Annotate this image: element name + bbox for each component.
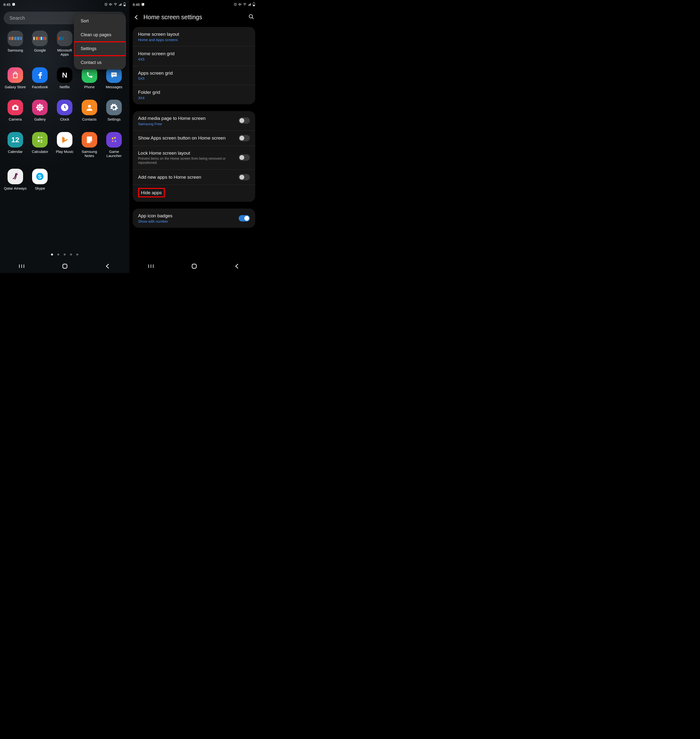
app-label: Settings bbox=[107, 117, 121, 121]
flower-icon bbox=[35, 103, 44, 112]
menu-clean-up-pages[interactable]: Clean up pages bbox=[74, 28, 126, 42]
mute-icon bbox=[109, 3, 112, 6]
row-show-apps-button[interactable]: Show Apps screen button on Home screen bbox=[133, 131, 255, 146]
app-samsung-notes[interactable]: Samsung Notes bbox=[77, 132, 102, 158]
wifi-icon bbox=[113, 3, 118, 6]
toggle-switch[interactable] bbox=[239, 215, 250, 221]
app-skype[interactable]: S Skype bbox=[28, 169, 53, 190]
app-phone[interactable]: Phone bbox=[77, 67, 102, 89]
svg-point-39 bbox=[244, 5, 245, 6]
clock-icon bbox=[60, 103, 69, 112]
menu-settings[interactable]: Settings bbox=[74, 42, 126, 56]
app-galaxy-store[interactable]: Galaxy Store bbox=[3, 67, 28, 89]
row-title: App icon badges bbox=[138, 213, 239, 219]
row-home-screen-layout[interactable]: Home screen layout Home and Apps screens bbox=[133, 27, 255, 46]
toggle-switch[interactable] bbox=[239, 174, 250, 180]
toggle-switch[interactable] bbox=[239, 135, 250, 141]
bag-icon bbox=[11, 71, 19, 79]
row-subtitle: Samsung Free bbox=[138, 122, 239, 126]
facebook-icon bbox=[35, 70, 45, 80]
back-icon[interactable] bbox=[234, 263, 240, 269]
search-placeholder: Search bbox=[9, 15, 25, 21]
mute-icon bbox=[238, 3, 241, 6]
back-icon[interactable] bbox=[105, 263, 111, 269]
row-subtitle: 3X4 bbox=[138, 96, 250, 100]
svg-point-15 bbox=[14, 106, 16, 109]
page-dot[interactable] bbox=[57, 253, 59, 256]
row-add-new-apps[interactable]: Add new apps to Home screen bbox=[133, 170, 255, 185]
menu-sort[interactable]: Sort bbox=[74, 14, 126, 28]
home-icon[interactable] bbox=[191, 263, 197, 269]
back-icon[interactable] bbox=[134, 14, 140, 20]
svg-point-11 bbox=[113, 74, 113, 75]
app-facebook[interactable]: Facebook bbox=[28, 67, 53, 89]
app-samsung-folder[interactable]: Samsung bbox=[3, 31, 28, 57]
row-subtitle: Home and Apps screens bbox=[138, 38, 250, 42]
row-title: Apps screen grid bbox=[138, 70, 250, 76]
settings-card: App icon badges Show with number bbox=[133, 209, 255, 228]
app-calendar[interactable]: 12 Calendar bbox=[3, 132, 28, 158]
battery-icon bbox=[253, 3, 255, 6]
toggle-switch[interactable] bbox=[239, 155, 250, 161]
svg-rect-45 bbox=[253, 3, 254, 3]
row-description: Prevent items on the Home screen from be… bbox=[138, 156, 239, 165]
search-icon[interactable] bbox=[249, 14, 254, 21]
nav-bar bbox=[129, 259, 259, 273]
app-label: Skype bbox=[35, 186, 45, 190]
svg-rect-43 bbox=[250, 3, 251, 6]
status-time: 8:45 bbox=[3, 3, 10, 7]
svg-point-21 bbox=[41, 106, 44, 108]
recents-icon[interactable] bbox=[147, 263, 154, 269]
app-gallery[interactable]: Gallery bbox=[28, 100, 53, 121]
row-app-icon-badges[interactable]: App icon badges Show with number bbox=[133, 209, 255, 228]
app-label: Messages bbox=[106, 85, 122, 89]
row-folder-grid[interactable]: Folder grid 3X4 bbox=[133, 85, 255, 104]
game-icon bbox=[110, 135, 118, 144]
app-game-launcher[interactable]: Game Launcher bbox=[101, 132, 126, 158]
row-home-screen-grid[interactable]: Home screen grid 4X5 bbox=[133, 46, 255, 66]
gear-icon bbox=[110, 103, 118, 112]
page-dot[interactable] bbox=[70, 253, 72, 256]
camera-icon bbox=[11, 103, 19, 112]
app-qatar-airways[interactable]: Qatar Airways bbox=[3, 169, 28, 190]
app-play-music[interactable]: Play Music bbox=[52, 132, 77, 158]
app-microsoft-folder[interactable]: Microsoft Apps bbox=[52, 31, 77, 57]
app-contacts[interactable]: Contacts bbox=[77, 100, 102, 121]
row-hide-apps[interactable]: Hide apps bbox=[133, 185, 255, 202]
menu-contact-us[interactable]: Contact us bbox=[74, 56, 126, 69]
app-settings[interactable]: Settings bbox=[101, 100, 126, 121]
phone-icon bbox=[85, 71, 93, 79]
svg-point-47 bbox=[249, 15, 253, 18]
app-messages[interactable]: Messages bbox=[101, 67, 126, 89]
nav-bar bbox=[0, 259, 129, 273]
app-label: Camera bbox=[9, 117, 22, 121]
row-add-media-page[interactable]: Add media page to Home screen Samsung Fr… bbox=[133, 111, 255, 131]
row-title: Hide apps bbox=[141, 190, 162, 195]
recents-icon[interactable] bbox=[18, 263, 25, 269]
row-lock-layout[interactable]: Lock Home screen layout Prevent items on… bbox=[133, 146, 255, 170]
app-label: Calculator bbox=[32, 150, 49, 154]
page-dot[interactable] bbox=[76, 253, 78, 256]
app-google-folder[interactable]: Google bbox=[28, 31, 53, 57]
status-bar: 8:45 bbox=[0, 0, 129, 9]
app-label: Samsung Notes bbox=[78, 150, 101, 158]
home-icon[interactable] bbox=[62, 263, 68, 269]
page-dot[interactable] bbox=[64, 253, 66, 256]
app-netflix[interactable]: N Netflix bbox=[52, 67, 77, 89]
app-label: Clock bbox=[60, 117, 69, 121]
app-calculator[interactable]: Calculator bbox=[28, 132, 53, 158]
toggle-switch[interactable] bbox=[239, 118, 250, 124]
page-dot[interactable] bbox=[51, 253, 53, 256]
app-label: Facebook bbox=[32, 85, 48, 89]
app-clock[interactable]: Clock bbox=[52, 100, 77, 121]
row-apps-screen-grid[interactable]: Apps screen grid 5X5 bbox=[133, 66, 255, 85]
svg-point-12 bbox=[113, 74, 114, 75]
status-icons bbox=[104, 3, 126, 6]
svg-rect-10 bbox=[124, 5, 125, 6]
svg-point-27 bbox=[88, 105, 91, 108]
app-camera[interactable]: Camera bbox=[3, 100, 28, 121]
svg-rect-35 bbox=[63, 264, 67, 268]
svg-point-17 bbox=[39, 106, 41, 108]
alarm-icon bbox=[234, 3, 237, 6]
svg-point-19 bbox=[39, 109, 41, 111]
